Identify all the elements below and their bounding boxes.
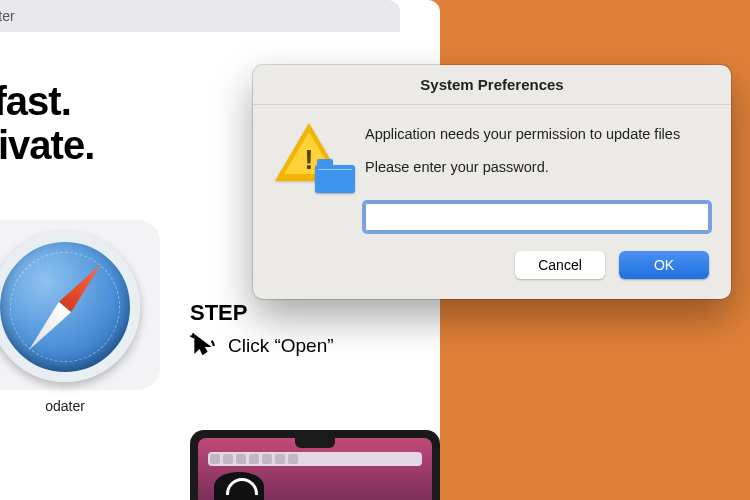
app-icon-tile[interactable]: odater — [0, 220, 160, 390]
hero-line-2: private. — [0, 123, 94, 167]
password-dialog: System Preferences ! Application needs y… — [253, 65, 731, 299]
step-instruction-row: Click “Open” — [190, 333, 334, 359]
hero-line-1: g fast. — [0, 79, 71, 123]
warning-icon: ! — [275, 123, 347, 187]
dialog-title: System Preferences — [253, 65, 731, 105]
ok-button[interactable]: OK — [619, 251, 709, 279]
folder-icon — [315, 165, 355, 193]
cancel-button[interactable]: Cancel — [515, 251, 605, 279]
safari-compass-icon — [0, 232, 140, 382]
cursor-click-icon — [190, 333, 216, 359]
laptop-illustration — [190, 430, 440, 500]
app-icon-label: odater — [45, 398, 85, 414]
step-instruction-text: Click “Open” — [228, 335, 334, 357]
dialog-message-2: Please enter your password. — [365, 156, 680, 179]
password-input[interactable] — [365, 203, 709, 231]
installer-titlebar: Jpdater — [0, 0, 400, 32]
step-heading: STEP — [190, 300, 247, 326]
dialog-message-1: Application needs your permission to upd… — [365, 123, 680, 146]
hero-text: ari g fast. private. — [0, 60, 94, 167]
hero-hint: ari — [0, 60, 94, 75]
installer-title-text: Jpdater — [0, 8, 15, 24]
